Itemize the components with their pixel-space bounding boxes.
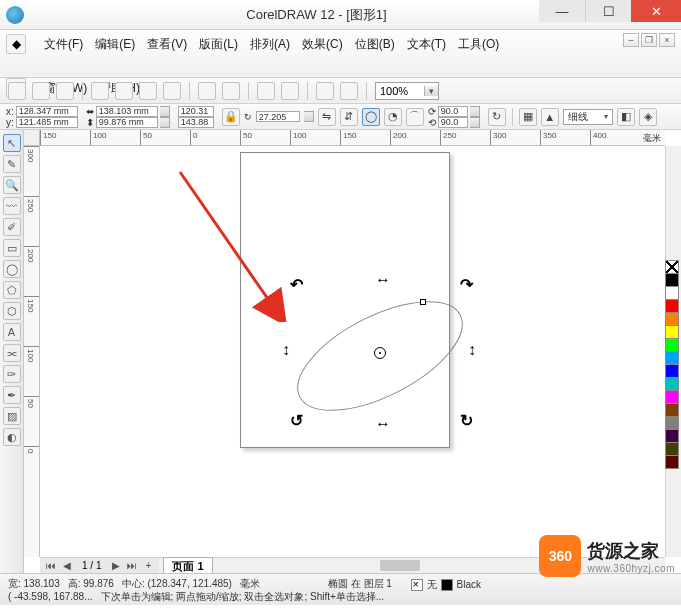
swatch[interactable] xyxy=(665,338,679,352)
ruler-horizontal[interactable]: 150 100 50 0 50 100 150 200 250 300 350 … xyxy=(40,130,665,146)
direction-button[interactable]: ↻ xyxy=(488,108,506,126)
import-button[interactable] xyxy=(257,82,275,100)
swatch[interactable] xyxy=(665,325,679,339)
rotation-handle[interactable]: ↺ xyxy=(290,411,303,430)
interactive-blend-tool[interactable]: ⫘ xyxy=(3,344,21,362)
swatch[interactable] xyxy=(665,429,679,443)
page-tab-1[interactable]: 页面 1 xyxy=(163,557,212,575)
next-page-button[interactable]: ▶ xyxy=(109,560,123,571)
zoom-combo[interactable]: ▾ xyxy=(375,82,439,100)
redo-button[interactable] xyxy=(222,82,240,100)
menu-view[interactable]: 查看(V) xyxy=(147,36,187,53)
zoom-input[interactable] xyxy=(376,85,424,97)
scrollbar-thumb[interactable] xyxy=(380,560,420,571)
to-front-button[interactable]: ▲ xyxy=(541,108,559,126)
eyedropper-tool[interactable]: ✑ xyxy=(3,365,21,383)
shape-tool[interactable]: ✎ xyxy=(3,155,21,173)
center-of-rotation[interactable] xyxy=(374,347,386,359)
menu-edit[interactable]: 编辑(E) xyxy=(95,36,135,53)
skew-handle-bottom[interactable]: ↔ xyxy=(375,415,391,433)
y-position-input[interactable]: 121.485 mm xyxy=(16,117,78,128)
swatch[interactable] xyxy=(665,351,679,365)
basic-shapes-tool[interactable]: ⬡ xyxy=(3,302,21,320)
export-button[interactable] xyxy=(281,82,299,100)
paste-button[interactable] xyxy=(163,82,181,100)
selected-ellipse-object[interactable]: ↶ ↷ ↺ ↻ ↔ ↔ ↕ ↕ xyxy=(280,281,480,434)
copy-button[interactable] xyxy=(139,82,157,100)
swatch-none[interactable] xyxy=(665,260,679,274)
menu-text[interactable]: 文本(T) xyxy=(407,36,446,53)
height-spinner[interactable] xyxy=(160,117,170,128)
ruler-origin[interactable] xyxy=(24,130,40,146)
skew-handle-left[interactable]: ↕ xyxy=(282,341,290,359)
menu-effects[interactable]: 效果(C) xyxy=(302,36,343,53)
app-launcher-button[interactable] xyxy=(316,82,334,100)
menu-arrange[interactable]: 排列(A) xyxy=(250,36,290,53)
rotation-spinner[interactable] xyxy=(304,111,314,122)
lock-ratio-button[interactable]: 🔒 xyxy=(222,108,240,126)
ellipse-node[interactable] xyxy=(420,299,426,305)
swatch[interactable] xyxy=(665,442,679,456)
ruler-vertical[interactable]: 300 250 200 150 100 50 0 xyxy=(24,146,40,557)
width-input[interactable]: 138.103 mm xyxy=(96,106,158,117)
new-button[interactable] xyxy=(8,82,26,100)
prev-page-button[interactable]: ◀ xyxy=(60,560,74,571)
rotation-handle[interactable]: ↷ xyxy=(460,275,473,294)
swatch[interactable] xyxy=(665,416,679,430)
scale-x-input[interactable]: 120.31 xyxy=(178,106,214,117)
rotation-input[interactable]: 27.205 xyxy=(256,111,300,122)
outline-tool[interactable]: ✒ xyxy=(3,386,21,404)
arc-button[interactable]: ⌒ xyxy=(406,108,424,126)
x-position-input[interactable]: 128.347 mm xyxy=(16,106,78,117)
convert-curve-button[interactable]: ◈ xyxy=(639,108,657,126)
print-button[interactable] xyxy=(91,82,109,100)
last-page-button[interactable]: ⏭ xyxy=(125,560,139,571)
freehand-tool[interactable]: 〰 xyxy=(3,197,21,215)
chevron-down-icon[interactable]: ▾ xyxy=(424,86,438,96)
mdi-close[interactable]: × xyxy=(659,33,675,47)
swatch[interactable] xyxy=(665,403,679,417)
swatch[interactable] xyxy=(665,273,679,287)
add-page-button[interactable]: + xyxy=(141,560,155,571)
swatch[interactable] xyxy=(665,286,679,300)
swatch[interactable] xyxy=(665,299,679,313)
ellipse-tool[interactable]: ◯ xyxy=(3,260,21,278)
fill-tool[interactable]: ▨ xyxy=(3,407,21,425)
mdi-restore[interactable]: ❐ xyxy=(641,33,657,47)
angle2-input[interactable]: 90.0 xyxy=(438,117,468,128)
menu-tools[interactable]: 工具(O) xyxy=(458,36,499,53)
minimize-button[interactable]: — xyxy=(539,0,585,22)
scale-y-input[interactable]: 143.88 xyxy=(178,117,214,128)
close-button[interactable]: ✕ xyxy=(631,0,681,22)
angle1-input[interactable]: 90.0 xyxy=(438,106,468,117)
app-menu-icon[interactable]: ◆ xyxy=(6,34,26,54)
zoom-tool[interactable]: 🔍 xyxy=(3,176,21,194)
outline-swatch-icon[interactable] xyxy=(441,579,453,591)
cut-button[interactable] xyxy=(115,82,133,100)
drawing-area[interactable]: ↶ ↷ ↺ ↻ ↔ ↔ ↕ ↕ xyxy=(40,146,665,557)
rotation-handle[interactable]: ↶ xyxy=(290,275,303,294)
text-tool[interactable]: A xyxy=(3,323,21,341)
skew-handle-top[interactable]: ↔ xyxy=(375,271,391,289)
pick-tool[interactable]: ↖ xyxy=(3,134,21,152)
polygon-tool[interactable]: ⬠ xyxy=(3,281,21,299)
swatch[interactable] xyxy=(665,312,679,326)
open-button[interactable] xyxy=(32,82,50,100)
menu-bitmaps[interactable]: 位图(B) xyxy=(355,36,395,53)
width-spinner[interactable] xyxy=(160,106,170,117)
mdi-minimize[interactable]: – xyxy=(623,33,639,47)
outline-width-combo[interactable]: 细线 ▾ xyxy=(563,109,613,125)
swatch[interactable] xyxy=(665,364,679,378)
swatch[interactable] xyxy=(665,390,679,404)
smart-draw-tool[interactable]: ✐ xyxy=(3,218,21,236)
wrap-text-button[interactable]: ▦ xyxy=(519,108,537,126)
interactive-fill-tool[interactable]: ◐ xyxy=(3,428,21,446)
ellipse-full-button[interactable]: ◯ xyxy=(362,108,380,126)
swatch[interactable] xyxy=(665,455,679,469)
menu-layout[interactable]: 版面(L) xyxy=(199,36,238,53)
corel-online-button[interactable] xyxy=(340,82,358,100)
menu-file[interactable]: 文件(F) xyxy=(44,36,83,53)
swatch[interactable] xyxy=(665,377,679,391)
save-button[interactable] xyxy=(56,82,74,100)
mirror-h-button[interactable]: ⇋ xyxy=(318,108,336,126)
